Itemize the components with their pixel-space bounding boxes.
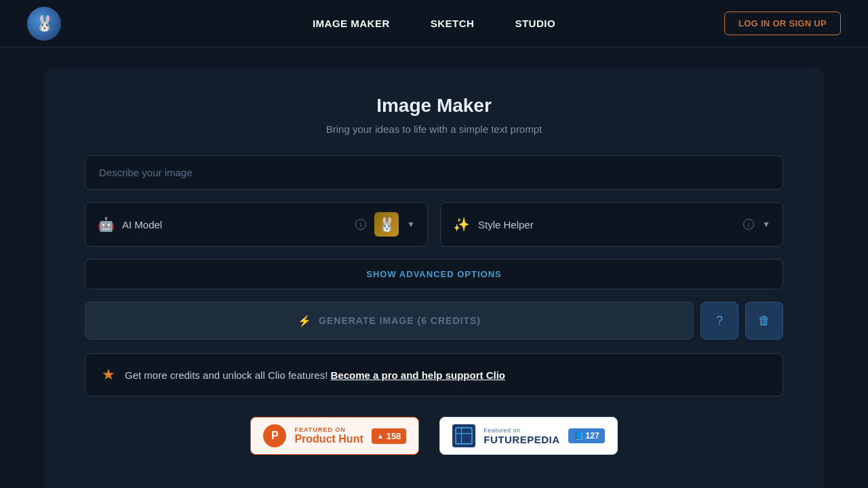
style-helper-info-icon[interactable]: i <box>743 219 754 230</box>
futurepedia-badge[interactable]: Featured on FUTUREPEDIA 📘 127 <box>439 417 617 455</box>
ai-model-info-icon[interactable]: i <box>355 219 366 230</box>
question-icon: ? <box>716 314 723 328</box>
advanced-options-button[interactable]: SHOW ADVANCED OPTIONS <box>85 259 783 289</box>
upgrade-link[interactable]: Become a pro and help support Clio <box>330 369 505 381</box>
model-head-icon: 🤖 <box>98 216 114 232</box>
ai-model-selector[interactable]: 🤖 AI Model i 🐰 ▼ <box>85 202 428 247</box>
page-subtitle: Bring your ideas to life with a simple t… <box>85 123 783 135</box>
navbar: 🐰 IMAGE MAKER SKETCH STUDIO LOG IN OR SI… <box>0 0 868 47</box>
fp-count: 📘 127 <box>568 428 605 443</box>
help-button[interactable]: ? <box>701 302 738 340</box>
model-chevron-icon: ▼ <box>407 220 415 229</box>
style-helper-selector[interactable]: ✨ Style Helper i ▼ <box>440 202 783 247</box>
generate-row: ⚡ GENERATE IMAGE (6 CREDITS) ? 🗑 <box>85 302 783 340</box>
upgrade-banner: ★ Get more credits and unlock all Clio f… <box>85 353 783 396</box>
banner-text: Get more credits and unlock all Clio fea… <box>125 369 505 381</box>
logo-icon: 🐰 <box>35 15 54 33</box>
style-helper-label: Style Helper <box>478 219 735 230</box>
ph-logo-icon: P <box>263 424 286 447</box>
model-style-row: 🤖 AI Model i 🐰 ▼ ✨ Style Helper i ▼ <box>85 202 783 247</box>
star-icon: ★ <box>102 366 115 384</box>
trash-icon: 🗑 <box>758 314 770 328</box>
main-container: Image Maker Bring your ideas to life wit… <box>44 68 824 488</box>
page-title: Image Maker <box>85 95 783 117</box>
nav-image-maker[interactable]: IMAGE MAKER <box>313 18 390 29</box>
ph-count: ▲ 158 <box>372 428 407 444</box>
generate-button[interactable]: ⚡ GENERATE IMAGE (6 CREDITS) <box>85 302 694 340</box>
logo[interactable]: 🐰 <box>27 7 61 41</box>
badges-row: P FEATURED ON Product Hunt ▲ 158 <box>85 417 783 455</box>
ai-model-label: AI Model <box>122 219 347 230</box>
style-chevron-icon: ▼ <box>762 220 770 229</box>
model-avatar: 🐰 <box>374 212 399 237</box>
fp-text: Featured on FUTUREPEDIA <box>484 427 559 445</box>
producthunt-badge[interactable]: P FEATURED ON Product Hunt ▲ 158 <box>250 417 419 455</box>
ph-text: FEATURED ON Product Hunt <box>294 426 363 445</box>
nav-sketch[interactable]: SKETCH <box>431 18 475 29</box>
nav-studio[interactable]: STUDIO <box>515 18 555 29</box>
login-button[interactable]: LOG IN OR SIGN UP <box>724 12 841 35</box>
nav-links: IMAGE MAKER SKETCH STUDIO <box>313 18 555 29</box>
delete-button[interactable]: 🗑 <box>745 302 783 340</box>
describe-input[interactable] <box>85 155 783 190</box>
sparkle-icon: ✨ <box>453 216 470 232</box>
fp-logo-icon <box>452 424 475 447</box>
lightning-icon: ⚡ <box>298 314 312 327</box>
